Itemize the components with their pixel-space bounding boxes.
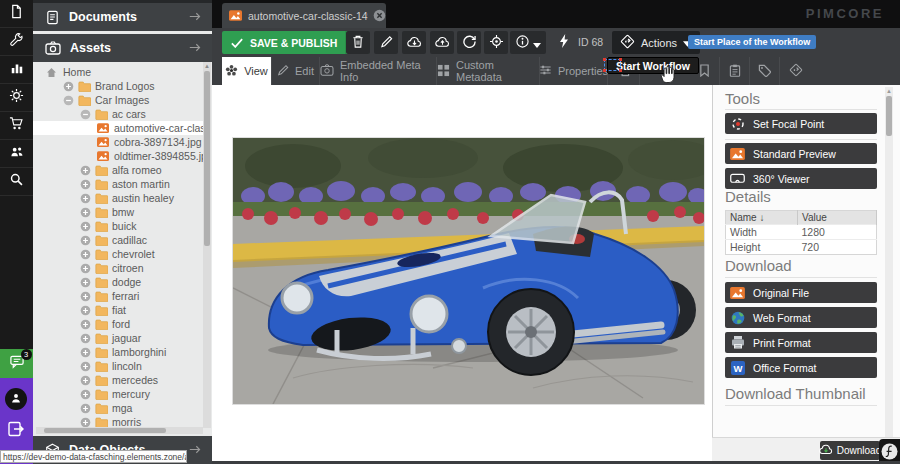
info-button[interactable] <box>510 31 546 54</box>
tab-edit[interactable]: Edit <box>272 57 320 85</box>
tree-item-citroen[interactable]: citroen <box>33 261 203 275</box>
tree-scrollbar-thumb[interactable] <box>204 71 210 246</box>
tree-item-austin-healey[interactable]: austin healey <box>33 191 203 205</box>
tree-item-buick[interactable]: buick <box>33 219 203 233</box>
tree-item-fiat[interactable]: fiat <box>33 303 203 317</box>
file-perspective-button[interactable] <box>0 0 33 28</box>
download-office-button[interactable]: W Office Format <box>725 357 877 378</box>
download-print-button[interactable]: Print Format <box>725 332 877 353</box>
plus-expander-icon[interactable] <box>80 389 95 400</box>
viewer-360-button[interactable]: 360° Viewer <box>725 168 877 189</box>
upload-cloud-button[interactable] <box>430 31 454 54</box>
tree-item-ac-cars[interactable]: ac cars <box>33 107 203 121</box>
locate-in-tree-button[interactable] <box>484 31 508 54</box>
plus-expander-icon[interactable] <box>80 179 95 190</box>
tree-item-automotive-car-classic-14[interactable]: automotive-car-classic-14 <box>33 121 203 135</box>
rename-button[interactable] <box>374 31 398 54</box>
tree-item-alfa-romeo[interactable]: alfa romeo <box>33 163 203 177</box>
right-panel-scrollbar[interactable]: ▲ <box>885 87 893 437</box>
minus-expander-icon[interactable] <box>80 109 95 120</box>
plus-expander-icon[interactable] <box>80 417 95 428</box>
tree-item-ferrari[interactable]: ferrari <box>33 289 203 303</box>
right-scrollbar-thumb[interactable] <box>886 96 892 136</box>
set-focal-point-button[interactable]: Set Focal Point <box>725 113 877 134</box>
notifications-chat-button[interactable]: 3 <box>0 349 33 378</box>
plus-expander-icon[interactable] <box>80 305 95 316</box>
tools-button[interactable] <box>0 28 33 56</box>
plus-expander-icon[interactable] <box>80 249 95 260</box>
tree-item-jaguar[interactable]: jaguar <box>33 331 203 345</box>
tab-view[interactable]: View <box>222 57 272 85</box>
actions-button[interactable]: Actions <box>612 31 700 54</box>
reload-button[interactable] <box>457 31 481 54</box>
tree-item-cadillac[interactable]: cadillac <box>33 233 203 247</box>
documents-panel-header[interactable]: Documents <box>33 3 212 31</box>
car-preview-image[interactable] <box>232 137 705 405</box>
quick-actions-button[interactable] <box>552 31 576 54</box>
tree-item-bmw[interactable]: bmw <box>33 205 203 219</box>
plus-expander-icon[interactable] <box>80 165 95 176</box>
asset-tab[interactable]: automotive-car-classic-149813.jpg <box>222 3 386 28</box>
download-web-button[interactable]: Web Format <box>725 307 877 328</box>
close-icon[interactable] <box>373 9 386 22</box>
tree-hscrollbar-thumb[interactable] <box>44 428 166 433</box>
arrow-right-icon[interactable] <box>189 444 202 458</box>
search-button[interactable] <box>0 168 33 196</box>
scrollbar-up-arrow[interactable]: ▲ <box>203 62 211 70</box>
details-col-name[interactable]: Name ↓ <box>726 211 798 225</box>
tab-workflow[interactable] <box>780 57 812 85</box>
current-user-button[interactable] <box>5 388 27 410</box>
download-original-button[interactable]: Original File <box>725 282 877 303</box>
tree-item-chevrolet[interactable]: chevrolet <box>33 247 203 261</box>
tree-item-car-images[interactable]: Car Images <box>33 93 203 107</box>
customers-button[interactable] <box>0 140 33 168</box>
tree-item-cobra-3897134-jpg[interactable]: cobra-3897134.jpg <box>33 135 203 149</box>
plus-expander-icon[interactable] <box>80 347 95 358</box>
tree-item-mercury[interactable]: mercury <box>33 387 203 401</box>
tab-notes-events[interactable] <box>720 57 750 85</box>
plus-expander-icon[interactable] <box>80 193 95 204</box>
plus-expander-icon[interactable] <box>80 333 95 344</box>
reports-button[interactable] <box>0 56 33 84</box>
plus-expander-icon[interactable] <box>80 361 95 372</box>
details-col-value[interactable]: Value <box>798 211 877 225</box>
plus-expander-icon[interactable] <box>80 403 95 414</box>
plus-expander-icon[interactable] <box>80 277 95 288</box>
plus-expander-icon[interactable] <box>80 221 95 232</box>
download-cloud-button[interactable] <box>402 31 426 54</box>
settings-button[interactable] <box>0 84 33 112</box>
tab-custom-metadata[interactable]: Custom Metadata <box>437 57 540 85</box>
delete-button[interactable] <box>346 31 370 54</box>
plus-expander-icon[interactable] <box>80 319 95 330</box>
download-button[interactable]: Download <box>820 441 880 460</box>
scrollbar-up-arrow[interactable]: ▲ <box>885 87 893 95</box>
tree-item-ford[interactable]: ford <box>33 317 203 331</box>
tab-tags[interactable] <box>750 57 780 85</box>
tree-item-brand-logos[interactable]: Brand Logos <box>33 79 203 93</box>
tree-item-dodge[interactable]: dodge <box>33 275 203 289</box>
minus-expander-icon[interactable] <box>63 95 78 106</box>
tree-item-home[interactable]: Home <box>33 65 203 79</box>
tree-item-mga[interactable]: mga <box>33 401 203 415</box>
plus-expander-icon[interactable] <box>80 235 95 246</box>
tree-item-oldtimer-3894855-jpg[interactable]: oldtimer-3894855.jpg <box>33 149 203 163</box>
tree-item-aston-martin[interactable]: aston martin <box>33 177 203 191</box>
tree-item-lincoln[interactable]: lincoln <box>33 359 203 373</box>
plus-expander-icon[interactable] <box>80 263 95 274</box>
assets-panel-header[interactable]: Assets <box>33 34 212 62</box>
tree-item-mercedes[interactable]: mercedes <box>33 373 203 387</box>
tree-item-lamborghini[interactable]: lamborghini <box>33 345 203 359</box>
tab-properties[interactable]: Properties <box>540 57 608 85</box>
tree-horizontal-scrollbar[interactable] <box>36 427 203 434</box>
plus-expander-icon[interactable] <box>80 207 95 218</box>
plus-expander-icon[interactable] <box>80 375 95 386</box>
plus-expander-icon[interactable] <box>63 81 78 92</box>
logout-button[interactable] <box>7 420 25 442</box>
tree-vertical-scrollbar[interactable]: ▲ <box>203 62 211 428</box>
ecommerce-button[interactable] <box>0 112 33 140</box>
arrow-right-icon[interactable] <box>189 11 202 25</box>
plus-expander-icon[interactable] <box>80 291 95 302</box>
arrow-right-icon[interactable] <box>189 42 202 56</box>
standard-preview-button[interactable]: Standard Preview <box>725 143 877 164</box>
tab-embedded-meta-info[interactable]: Embedded Meta Info <box>320 57 437 85</box>
